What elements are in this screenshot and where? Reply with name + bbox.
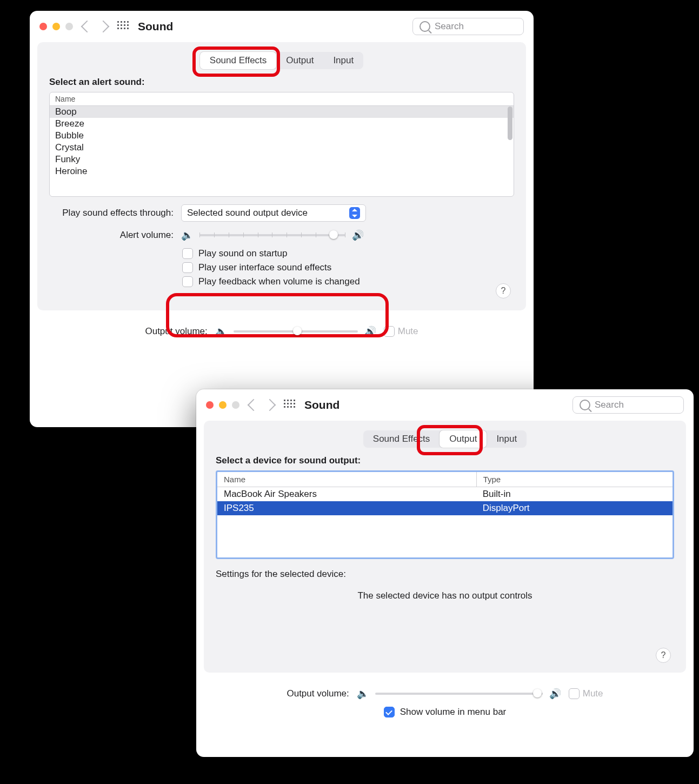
alert-volume-label: Alert volume: (49, 230, 174, 241)
table-row[interactable]: MacBook Air Speakers Built-in (217, 487, 673, 501)
mute-checkbox[interactable] (384, 326, 395, 337)
tab-sound-effects[interactable]: Sound Effects (200, 52, 277, 69)
show-all-icon[interactable] (117, 21, 128, 32)
speaker-low-icon: 🔈 (357, 688, 369, 700)
tab-input[interactable]: Input (487, 430, 527, 448)
checkbox-show-menu[interactable] (384, 707, 395, 717)
select-stepper-icon (349, 207, 360, 219)
list-item[interactable]: Breeze (50, 118, 514, 130)
scrollbar[interactable] (508, 107, 512, 140)
play-through-select[interactable]: Selected sound output device (181, 204, 366, 222)
window-toolbar: Sound Search (196, 389, 694, 421)
device-type: DisplayPort (476, 501, 673, 515)
output-volume-slider[interactable]: 🔈 🔊 (215, 325, 376, 337)
play-through-label: Play sound effects through: (49, 208, 174, 218)
tab-bar: Sound Effects Output Input (363, 430, 527, 448)
speaker-high-icon: 🔊 (364, 325, 376, 337)
search-input[interactable]: Search (412, 18, 524, 35)
checkbox-startup[interactable] (182, 248, 193, 259)
close-window-button[interactable] (39, 23, 47, 30)
show-all-icon[interactable] (284, 400, 295, 410)
col-type: Type (477, 472, 508, 487)
col-name: Name (217, 472, 477, 487)
list-item[interactable]: Bubble (50, 130, 514, 142)
slider-knob[interactable] (533, 689, 542, 697)
output-device-table[interactable]: Name Type MacBook Air Speakers Built-in … (216, 470, 674, 559)
close-window-button[interactable] (206, 401, 214, 409)
settings-label: Settings for the selected device: (216, 569, 674, 580)
nav-buttons (83, 22, 108, 31)
minimize-window-button[interactable] (52, 23, 60, 30)
checkbox-feedback[interactable] (182, 276, 193, 287)
checkbox-startup-label: Play sound on startup (198, 248, 287, 259)
back-button[interactable] (81, 21, 94, 33)
nav-buttons (249, 401, 274, 409)
output-volume-label: Output volume: (145, 326, 207, 337)
traffic-lights (39, 23, 73, 30)
help-button[interactable]: ? (496, 283, 511, 298)
speaker-low-icon: 🔈 (181, 229, 193, 241)
table-row[interactable]: IPS235 DisplayPort (217, 501, 673, 515)
list-item[interactable]: Boop (50, 106, 514, 118)
sound-preferences-sound-effects-window: Sound Search Sound Effects Output Input … (30, 11, 534, 427)
no-controls-text: The selected device has no output contro… (216, 590, 674, 601)
zoom-window-button[interactable] (65, 23, 73, 30)
list-header-name: Name (50, 92, 514, 106)
mute-label: Mute (583, 688, 603, 699)
checkbox-ui-effects[interactable] (182, 262, 193, 273)
list-item[interactable]: Crystal (50, 142, 514, 154)
checkbox-feedback-label: Play feedback when volume is changed (198, 276, 360, 287)
tab-bar: Sound Effects Output Input (200, 52, 363, 69)
page-title: Sound (138, 20, 173, 33)
sound-preferences-output-window: Sound Search Sound Effects Output Input … (196, 389, 694, 757)
search-placeholder: Search (435, 21, 464, 32)
device-name: IPS235 (217, 501, 476, 515)
search-input[interactable]: Search (572, 396, 684, 414)
slider-knob[interactable] (329, 230, 338, 239)
back-button[interactable] (248, 399, 260, 411)
alert-sound-list[interactable]: Name Boop Breeze Bubble Crystal Funky He… (49, 92, 514, 197)
output-volume-label: Output volume: (287, 688, 349, 699)
output-volume-slider[interactable]: 🔈 🔊 (357, 688, 561, 700)
play-through-value: Selected sound output device (187, 208, 308, 218)
checkbox-show-menu-label: Show volume in menu bar (400, 707, 507, 717)
minimize-window-button[interactable] (219, 401, 227, 409)
alert-volume-slider[interactable]: 🔈 🔊 (181, 229, 364, 241)
checkbox-ui-effects-label: Play user interface sound effects (198, 262, 331, 273)
mute-label: Mute (398, 326, 418, 337)
list-item[interactable]: Funky (50, 154, 514, 165)
tab-input[interactable]: Input (323, 52, 363, 69)
zoom-window-button[interactable] (232, 401, 239, 409)
speaker-high-icon: 🔊 (549, 688, 561, 700)
help-button[interactable]: ? (656, 648, 671, 663)
device-name: MacBook Air Speakers (217, 487, 476, 501)
traffic-lights (206, 401, 239, 409)
mute-checkbox[interactable] (569, 688, 580, 699)
tab-sound-effects[interactable]: Sound Effects (363, 430, 440, 448)
page-title: Sound (304, 398, 339, 411)
list-item[interactable]: Heroine (50, 165, 514, 177)
window-toolbar: Sound Search (30, 11, 534, 42)
search-placeholder: Search (595, 400, 624, 410)
forward-button[interactable] (264, 399, 276, 411)
speaker-low-icon: 🔈 (215, 325, 227, 337)
select-alert-label: Select an alert sound: (49, 77, 514, 88)
search-icon (420, 21, 430, 32)
slider-knob[interactable] (293, 327, 302, 335)
forward-button[interactable] (97, 21, 110, 33)
device-type: Built-in (476, 487, 673, 501)
tab-output[interactable]: Output (440, 430, 487, 448)
tab-output[interactable]: Output (276, 52, 323, 69)
speaker-high-icon: 🔊 (352, 229, 364, 241)
select-device-label: Select a device for sound output: (216, 455, 674, 466)
search-icon (580, 400, 590, 410)
